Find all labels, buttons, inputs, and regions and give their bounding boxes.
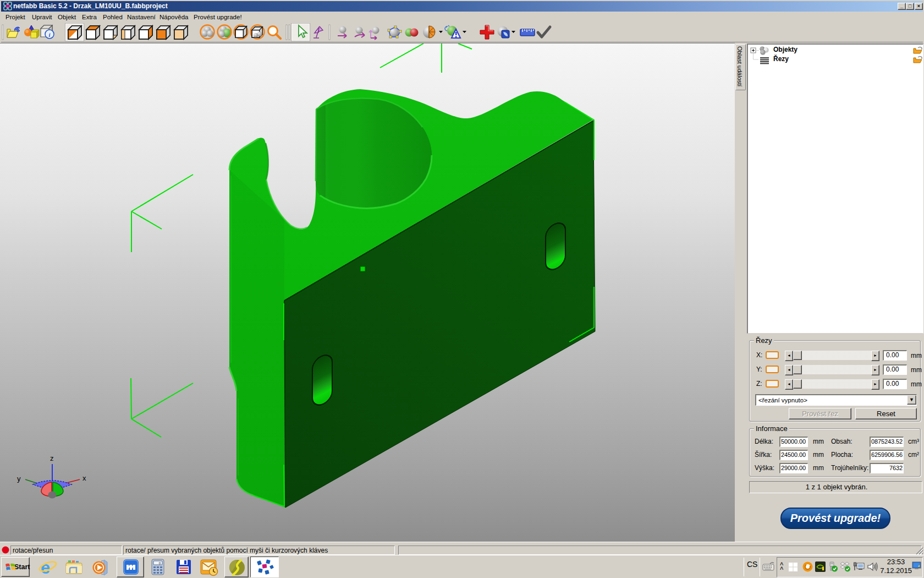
svg-text:x: x [82,474,86,482]
svg-text:z: z [50,454,54,462]
svg-text:y: y [17,475,21,483]
svg-text:e: e [41,558,50,577]
